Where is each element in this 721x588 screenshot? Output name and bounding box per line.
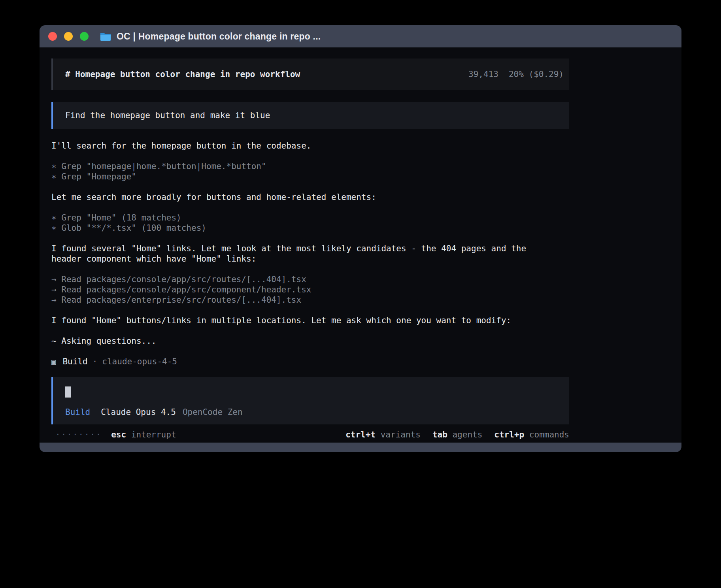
key-combo: tab [432, 430, 447, 439]
transcript: I'll search for the homepage button in t… [51, 141, 569, 356]
input-model-label: Claude Opus 4.5 [101, 407, 176, 417]
text-cursor [65, 386, 71, 398]
assistant-message: I'll search for the homepage button in t… [51, 141, 569, 151]
key-combo: esc [111, 430, 126, 439]
statusbar: ········ esc interrupt ctrl+t variantsta… [51, 427, 569, 443]
agent-name: Build [62, 356, 87, 367]
agent-icon: ▣ [51, 356, 56, 367]
input-footer: Build Claude Opus 4.5 OpenCode Zen [65, 407, 569, 417]
context-usage: 20% ($0.29) [509, 70, 564, 79]
tool-call-group: ∗ Grep "Home" (18 matches)∗ Glob "**/*.t… [51, 213, 569, 233]
tui-column: # Homepage button color change in repo w… [51, 58, 569, 443]
tool-call-line: → Read packages/enterprise/src/routes/[.… [51, 295, 569, 305]
key-label: interrupt [131, 430, 176, 439]
statusbar-right: ctrl+t variantstab agentsctrl+p commands [345, 430, 569, 439]
agent-model: claude-opus-4-5 [102, 356, 177, 367]
tool-call-line: → Read packages/console/app/src/componen… [51, 285, 569, 295]
tool-call-line: ∗ Glob "**/*.tsx" (100 matches) [51, 223, 569, 233]
shortcut-hint-variants: ctrl+t variants [345, 430, 421, 439]
session-header: # Homepage button color change in repo w… [51, 58, 569, 90]
assistant-text-line: Let me search more broadly for buttons a… [51, 192, 569, 202]
assistant-text-line: I found several "Home" links. Let me loo… [51, 243, 569, 254]
minimize-button[interactable] [64, 32, 73, 41]
input-provider-label: OpenCode Zen [183, 407, 243, 417]
traffic-lights [48, 32, 89, 41]
tool-call-group: → Read packages/console/app/src/routes/[… [51, 274, 569, 305]
key-combo: ctrl+t [345, 430, 376, 439]
user-message: Find the homepage button and make it blu… [51, 102, 569, 129]
terminal-content: # Homepage button color change in repo w… [40, 47, 681, 443]
token-count: 39,413 [468, 70, 498, 79]
assistant-text-line: I'll search for the homepage button in t… [51, 141, 569, 151]
key-label: commands [529, 430, 569, 439]
agent-status-line: ▣ Build · claude-opus-4-5 [51, 356, 569, 367]
assistant-text-line: I found "Home" buttons/links in multiple… [51, 315, 569, 326]
assistant-message: ~ Asking questions... [51, 336, 569, 346]
key-label: variants [381, 430, 421, 439]
assistant-text-line: header component which have "Home" links… [51, 254, 569, 264]
shortcut-hint-agents: tab agents [432, 430, 482, 439]
terminal-window: OC | Homepage button color change in rep… [40, 25, 681, 452]
agent-separator: · [92, 356, 98, 367]
window-titlebar: OC | Homepage button color change in rep… [40, 25, 681, 47]
tool-call-line: ∗ Grep "homepage|home.*button|Home.*butt… [51, 161, 569, 172]
session-stats: 39,413 20% ($0.29) [468, 70, 564, 79]
key-label: agents [452, 430, 482, 439]
assistant-text-line: ~ Asking questions... [51, 336, 569, 346]
key-combo: ctrl+p [494, 430, 524, 439]
statusbar-left: ········ esc interrupt [55, 430, 176, 439]
shortcut-hint-commands: ctrl+p commands [494, 430, 569, 439]
session-title: # Homepage button color change in repo w… [65, 70, 300, 79]
assistant-message: I found several "Home" links. Let me loo… [51, 243, 569, 264]
desktop-background: OC | Homepage button color change in rep… [0, 0, 721, 588]
tool-call-group: ∗ Grep "homepage|home.*button|Home.*butt… [51, 161, 569, 182]
progress-dots: ········ [55, 430, 102, 439]
assistant-message: Let me search more broadly for buttons a… [51, 192, 569, 202]
folder-icon [100, 32, 111, 41]
shortcut-hint-interrupt: esc interrupt [111, 430, 176, 439]
window-bottom-strip [40, 443, 681, 452]
tool-call-line: ∗ Grep "Homepage" [51, 172, 569, 182]
tool-call-line: → Read packages/console/app/src/routes/[… [51, 274, 569, 285]
input-mode-label: Build [65, 407, 90, 417]
user-message-text: Find the homepage button and make it blu… [65, 111, 270, 120]
assistant-message: I found "Home" buttons/links in multiple… [51, 315, 569, 326]
zoom-button[interactable] [80, 32, 89, 41]
close-button[interactable] [48, 32, 57, 41]
prompt-input[interactable]: Build Claude Opus 4.5 OpenCode Zen [51, 377, 569, 424]
tool-call-line: ∗ Grep "Home" (18 matches) [51, 213, 569, 223]
window-title: OC | Homepage button color change in rep… [117, 31, 321, 42]
